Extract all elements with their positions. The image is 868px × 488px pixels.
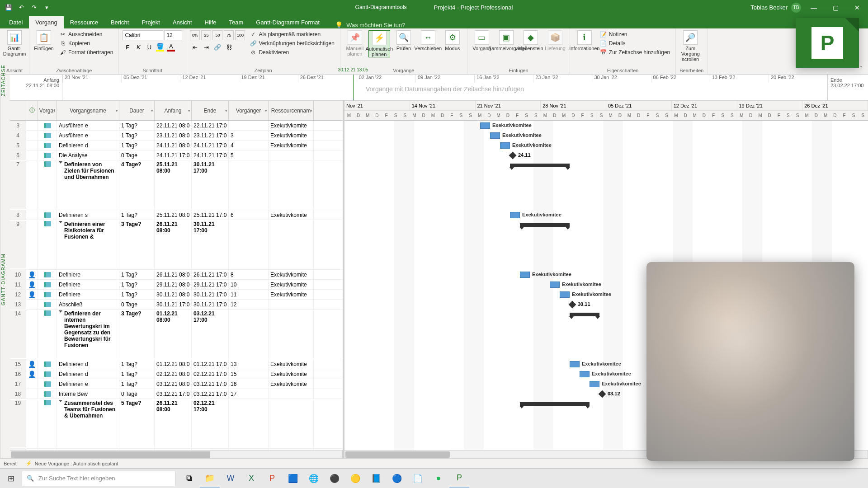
- duration-cell[interactable]: 1 Tag?: [119, 290, 155, 299]
- name-cell[interactable]: Definiere: [57, 280, 119, 289]
- deactivate-button[interactable]: ⊘Deaktivieren: [248, 48, 336, 56]
- notes-button[interactable]: 📝Notizen: [598, 30, 672, 38]
- col-end[interactable]: Ende▾: [192, 101, 229, 120]
- predecessor-cell[interactable]: [229, 221, 269, 268]
- end-cell[interactable]: 30.11.21 17:0: [192, 300, 229, 309]
- name-cell[interactable]: Definieren einer Risikotolera für Fusion…: [57, 221, 119, 268]
- task-row[interactable]: 3Ausführen e1 Tag?22.11.21 08:022.11.21 …: [10, 121, 343, 131]
- task-row[interactable]: 17Definieren e1 Tag?03.12.21 08:003.12.2…: [10, 379, 343, 389]
- insert-summary-button[interactable]: ▣ Sammelvorgang: [495, 30, 517, 51]
- manual-schedule-button[interactable]: 📌 Manuell planen: [344, 30, 366, 56]
- start-cell[interactable]: 02.12.21 08:0: [155, 369, 192, 379]
- tab-view[interactable]: Ansicht: [166, 16, 198, 28]
- end-cell[interactable]: 22.11.21 17:0: [192, 121, 229, 130]
- paste-button[interactable]: 📋 Einfügen: [33, 30, 55, 51]
- name-cell[interactable]: Definieren s: [57, 210, 119, 220]
- copy-button[interactable]: ⎘Kopieren: [57, 39, 115, 47]
- underline-button[interactable]: U: [144, 42, 154, 52]
- resource-cell[interactable]: [269, 310, 314, 358]
- minimize-button[interactable]: —: [805, 0, 823, 15]
- start-cell[interactable]: 30.11.21 17:0: [155, 300, 192, 309]
- start-cell[interactable]: 03.12.21 08:0: [155, 379, 192, 389]
- tab-file[interactable]: Datei: [3, 16, 29, 28]
- user-avatar[interactable]: TB: [791, 3, 801, 13]
- summary-bar[interactable]: [520, 402, 590, 406]
- task-row[interactable]: 8Definieren s1 Tag?25.11.21 08:025.11.21…: [10, 210, 343, 220]
- task-bar[interactable]: Exekutivkomitee: [480, 122, 490, 129]
- undo-icon[interactable]: ↶: [16, 3, 26, 13]
- task-bar[interactable]: Exekutivkomitee: [580, 371, 590, 377]
- task-row[interactable]: 13Abschließ0 Tage30.11.21 17:030.11.21 1…: [10, 300, 343, 310]
- task-bar[interactable]: Exekutivkomitee: [560, 291, 570, 298]
- duration-cell[interactable]: 1 Tag?: [119, 141, 155, 150]
- row-number[interactable]: 15: [10, 359, 26, 369]
- excel-icon[interactable]: X: [241, 469, 261, 488]
- task-row[interactable]: 16👤Definieren d1 Tag?02.12.21 08:002.12.…: [10, 369, 343, 379]
- italic-button[interactable]: K: [133, 42, 143, 52]
- summary-bar[interactable]: [510, 164, 570, 167]
- resource-cell[interactable]: Exekutivkomite: [269, 359, 314, 369]
- start-cell[interactable]: 29.11.21 08:0: [155, 280, 192, 289]
- resource-cell[interactable]: Exekutivkomite: [269, 369, 314, 379]
- name-cell[interactable]: Ausführen e: [57, 131, 119, 140]
- start-cell[interactable]: 24.11.21 08:0: [155, 141, 192, 150]
- progress-25-button[interactable]: 25: [201, 30, 211, 40]
- mode-cell[interactable]: [38, 161, 57, 209]
- gantt-row[interactable]: Exekutivkomitee: [344, 141, 868, 150]
- font-color-button[interactable]: A: [166, 42, 176, 52]
- collapse-icon[interactable]: [59, 221, 62, 223]
- name-cell[interactable]: Definieren d: [57, 369, 119, 379]
- summary-bar[interactable]: [570, 313, 599, 316]
- link-button[interactable]: 🔗: [212, 42, 222, 52]
- summary-bar[interactable]: [520, 223, 570, 227]
- close-button[interactable]: ✕: [848, 0, 866, 15]
- chrome-icon[interactable]: 🌐: [304, 469, 324, 488]
- predecessor-cell[interactable]: 13: [229, 359, 269, 369]
- duration-cell[interactable]: 3 Tage?: [119, 310, 155, 358]
- resource-cell[interactable]: Exekutivkomite: [269, 379, 314, 389]
- task-bar[interactable]: Exekutivkomitee: [520, 272, 530, 278]
- move-button[interactable]: ↔ Verschieben: [417, 30, 439, 51]
- task-bar[interactable]: Exekutivkomitee: [510, 212, 520, 218]
- resource-cell[interactable]: Exekutivkomite: [269, 121, 314, 130]
- end-cell[interactable]: 26.11.21 17:0: [192, 270, 229, 279]
- task-row[interactable]: 7Definieren von Zielen für Fusionen und …: [10, 160, 343, 210]
- name-cell[interactable]: Definiere: [57, 290, 119, 299]
- duration-cell[interactable]: 3 Tage?: [119, 221, 155, 268]
- resource-cell[interactable]: Exekutivkomite: [269, 280, 314, 289]
- collapse-icon[interactable]: [59, 400, 62, 402]
- start-cell[interactable]: 23.11.21 08:0: [155, 131, 192, 140]
- task-row[interactable]: 9Definieren einer Risikotolera für Fusio…: [10, 220, 343, 270]
- resource-cell[interactable]: [269, 300, 314, 309]
- start-cell[interactable]: 26.11.21 08:0: [155, 270, 192, 279]
- auto-schedule-button[interactable]: ⚡ Automatisch planen: [368, 30, 390, 57]
- end-cell[interactable]: 02.12.21 17:0: [192, 369, 229, 379]
- cut-button[interactable]: ✂Ausschneiden: [57, 30, 115, 38]
- gantt-row[interactable]: Exekutivkomitee: [344, 131, 868, 141]
- font-name-input[interactable]: [123, 30, 163, 40]
- redo-icon[interactable]: ↷: [29, 3, 39, 13]
- gantt-row[interactable]: [344, 160, 868, 210]
- start-cell[interactable]: 01.12.21 08:00: [155, 310, 192, 358]
- task-view-icon[interactable]: ⧉: [179, 469, 199, 488]
- task-row[interactable]: 12👤Definiere1 Tag?30.11.21 08:030.11.21 …: [10, 290, 343, 300]
- predecessor-cell[interactable]: [229, 400, 269, 447]
- mode-cell[interactable]: [38, 369, 57, 379]
- tab-resource[interactable]: Ressource: [64, 16, 104, 28]
- maximize-button[interactable]: ▢: [826, 0, 844, 15]
- timeline-side-tab[interactable]: ZEITACHSE: [0, 75, 10, 101]
- save-icon[interactable]: 💾: [4, 3, 14, 13]
- col-mode[interactable]: Vorgar▾: [38, 101, 57, 120]
- details-button[interactable]: 📄Details: [598, 39, 672, 47]
- mode-cell[interactable]: [38, 121, 57, 130]
- project-icon[interactable]: P: [449, 469, 469, 488]
- tab-project[interactable]: Projekt: [135, 16, 166, 28]
- resource-cell[interactable]: Exekutivkomite: [269, 141, 314, 150]
- mode-cell[interactable]: [38, 131, 57, 140]
- explorer-icon[interactable]: 📁: [200, 469, 220, 488]
- outdent-button[interactable]: ⇤: [190, 42, 200, 52]
- mode-cell[interactable]: [38, 270, 57, 279]
- tell-me-search[interactable]: 💡 Was möchten Sie tun?: [335, 21, 405, 28]
- start-button[interactable]: ⊞: [0, 469, 22, 488]
- progress-50-button[interactable]: 50: [212, 30, 222, 40]
